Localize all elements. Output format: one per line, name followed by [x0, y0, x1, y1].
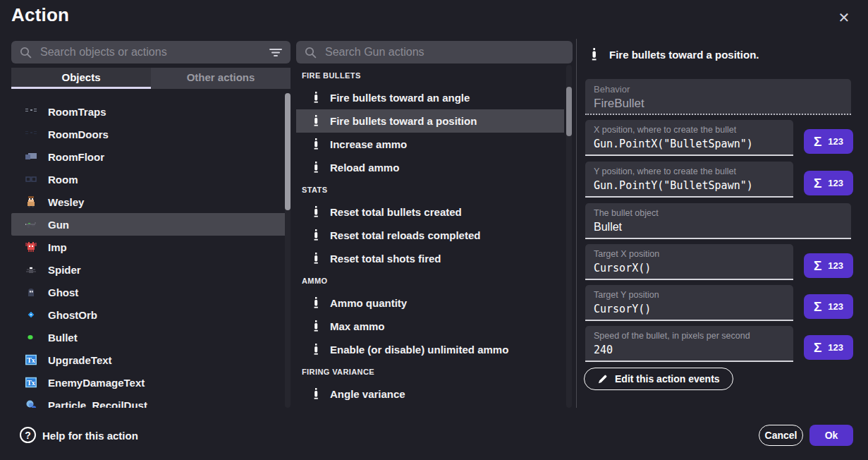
bullet-icon — [313, 253, 319, 265]
object-list-item[interactable]: RoomTraps — [11, 100, 288, 123]
object-list-item[interactable]: Imp — [11, 236, 288, 258]
search-icon — [305, 47, 317, 59]
object-label: GhostOrb — [48, 309, 97, 321]
sigma-icon: Σ — [814, 135, 821, 148]
action-list-item[interactable]: Angle variance — [296, 382, 564, 406]
parameter-field-value: Gun.PointY("BulletSpawn") — [594, 179, 785, 192]
action-group-header: STATS — [296, 179, 566, 200]
object-label: Spider — [48, 264, 81, 276]
parameter-field-value: CursorX() — [594, 262, 785, 274]
objects-search-input[interactable] — [39, 45, 262, 59]
object-list-item[interactable]: Particle_RecoilDust — [11, 394, 288, 408]
object-label: UpgradeText — [48, 354, 112, 366]
cancel-button[interactable]: Cancel — [759, 425, 803, 446]
action-list-item[interactable] — [296, 406, 564, 408]
svg-text:Tx: Tx — [27, 379, 35, 387]
parameter-field-label: X position, where to create the bullet — [594, 125, 785, 135]
action-list-item[interactable]: Enable (or disable) unlimited ammo — [296, 338, 564, 361]
object-label: Particle_RecoilDust — [48, 399, 147, 408]
action-label: Reset total reloads completed — [330, 229, 480, 241]
action-label: Reset total bullets created — [330, 206, 462, 218]
roomdoors-icon — [25, 128, 37, 140]
object-list-item[interactable]: RoomFloor — [11, 145, 288, 168]
help-link[interactable]: Help for this action — [42, 430, 138, 442]
ghost-icon — [25, 286, 37, 298]
object-list-item[interactable]: Ghost — [11, 281, 288, 303]
action-list-item[interactable]: Increase ammo — [296, 133, 564, 156]
object-label: Gun — [48, 219, 69, 231]
object-list-item[interactable]: GhostOrb — [11, 303, 288, 326]
object-list-item[interactable]: Spider — [11, 258, 288, 281]
object-list-item[interactable]: Wesley — [11, 190, 288, 213]
roomfloor-icon — [25, 151, 37, 162]
object-list-item[interactable]: TxUpgradeText — [11, 349, 288, 371]
behavior-field-value: FireBullet — [594, 97, 843, 111]
actions-search-input[interactable] — [324, 45, 564, 59]
bullet-icon — [313, 92, 319, 104]
object-list: RoomTrapsRoomDoorsRoomFloorRoomWesleyGun… — [11, 100, 288, 408]
parameter-field-label: Target Y position — [594, 290, 785, 301]
action-list-item[interactable]: Fire bullets toward an angle — [296, 86, 564, 109]
expression-editor-button[interactable]: Σ123 — [804, 171, 853, 195]
edit-action-events-button[interactable]: Edit this action events — [584, 368, 733, 390]
parameter-field[interactable]: Speed of the bullet, in pixels per secon… — [585, 326, 793, 362]
object-list-item[interactable]: Room — [11, 168, 288, 190]
parameter-field[interactable]: X position, where to create the bulletGu… — [585, 120, 793, 156]
help-icon[interactable]: ? — [20, 427, 36, 443]
object-label: Ghost — [48, 286, 78, 298]
action-label: Reset total shots fired — [330, 253, 441, 265]
objects-search-box — [11, 41, 291, 63]
close-icon[interactable]: ✕ — [835, 8, 853, 27]
parameter-field[interactable]: The bullet objectBullet — [585, 203, 851, 239]
object-list-item[interactable]: Gun — [11, 213, 288, 236]
expression-editor-button[interactable]: Σ123 — [804, 294, 853, 319]
action-label: Reload ammo — [330, 162, 399, 174]
ok-button[interactable]: Ok — [809, 425, 853, 446]
object-list-item[interactable]: TxEnemyDamageText — [11, 371, 288, 394]
object-label: Wesley — [48, 196, 84, 208]
action-list-item[interactable]: Fire bullets toward a position — [296, 109, 564, 133]
behavior-field-label: Behavior — [594, 84, 843, 95]
numbers-123-icon: 123 — [828, 343, 843, 352]
sigma-icon: Σ — [814, 259, 821, 272]
parameter-field-label: Target X position — [594, 249, 785, 260]
bullet-icon — [591, 48, 598, 61]
parameter-field[interactable]: Target Y positionCursorY() — [585, 285, 793, 321]
expression-editor-button[interactable]: Σ123 — [804, 129, 853, 154]
action-list-item[interactable]: Reset total shots fired — [296, 247, 564, 270]
bullet-icon — [313, 138, 319, 150]
parameter-field-value: Gun.PointX("BulletSpawn") — [594, 138, 785, 150]
objects-scrollbar-thumb[interactable] — [285, 93, 291, 210]
parameter-field-value: Bullet — [594, 221, 843, 234]
action-list-item[interactable]: Ammo quantity — [296, 291, 564, 315]
object-list-item[interactable]: RoomDoors — [11, 123, 288, 145]
parameter-field-label: Speed of the bullet, in pixels per secon… — [594, 331, 785, 341]
object-label: RoomFloor — [48, 151, 104, 163]
bullet-icon — [313, 229, 319, 241]
bullet-icon — [313, 115, 319, 127]
expression-editor-button[interactable]: Σ123 — [804, 253, 853, 278]
parameter-field[interactable]: Y position, where to create the bulletGu… — [585, 162, 793, 198]
parameter-field[interactable]: Target X positionCursorX() — [585, 244, 793, 280]
filter-icon[interactable] — [269, 48, 282, 57]
object-list-item[interactable]: Bullet — [11, 326, 288, 349]
action-list-item[interactable]: Reset total bullets created — [296, 200, 564, 224]
wesley-icon — [25, 196, 37, 207]
action-label: Fire bullets toward an angle — [330, 92, 470, 104]
action-list-item[interactable]: Reload ammo — [296, 156, 564, 179]
parameter-field-value: CursorY() — [594, 303, 785, 315]
action-list-item[interactable]: Reset total reloads completed — [296, 224, 564, 247]
action-label: Ammo quantity — [330, 297, 407, 309]
actions-search-box — [296, 41, 573, 63]
parameter-field-label: The bullet object — [594, 208, 843, 219]
object-label: Imp — [48, 241, 67, 253]
object-label: RoomDoors — [48, 128, 109, 140]
spider-icon — [25, 264, 37, 275]
actions-scrollbar-thumb[interactable] — [566, 87, 572, 136]
expression-editor-button[interactable]: Σ123 — [804, 335, 853, 360]
tab-other-actions[interactable]: Other actions — [151, 68, 291, 89]
panel-divider — [576, 39, 577, 408]
action-list-item[interactable]: Max ammo — [296, 315, 564, 338]
tab-objects[interactable]: Objects — [11, 68, 151, 89]
action-label: Max ammo — [330, 320, 385, 332]
